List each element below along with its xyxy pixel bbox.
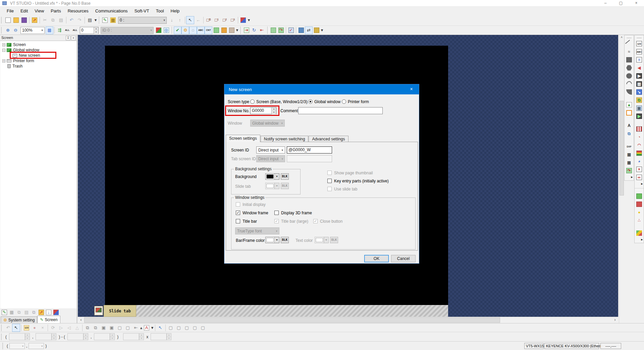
transfer-direction-icon[interactable]: ⇄ xyxy=(305,27,313,34)
all-parts-horizontal-icon[interactable]: ALL xyxy=(71,27,79,34)
counter-list-icon[interactable]: CNT xyxy=(205,27,212,34)
toolbar-grip[interactable] xyxy=(2,343,4,349)
dialog-title-bar[interactable]: New screen xyxy=(224,84,419,94)
part-preview-icon[interactable]: ◌ xyxy=(189,27,197,34)
sector-tool-icon[interactable] xyxy=(625,88,634,96)
duplicate-screen-icon[interactable]: ⧉ xyxy=(30,309,38,316)
arc-tool-icon[interactable] xyxy=(625,80,634,88)
slide-tab-thumbnail-icon[interactable] xyxy=(94,306,103,315)
minimize-button[interactable]: – xyxy=(598,0,613,7)
movie-file-icon[interactable]: ▥ xyxy=(635,80,644,88)
maximize-button[interactable]: ▢ xyxy=(613,0,629,7)
close-button[interactable]: × xyxy=(629,0,644,7)
vt-error-monitor-icon[interactable]: ✓ xyxy=(287,27,295,34)
rectangle-tool-icon[interactable] xyxy=(625,56,634,64)
lamp-icon[interactable]: ● xyxy=(635,208,644,216)
scroll-right-icon[interactable]: › xyxy=(612,317,618,323)
window-frame-checkbox[interactable]: ✓ xyxy=(236,211,240,215)
window-1-icon[interactable]: □¹ xyxy=(213,16,221,24)
numeric-display-icon[interactable]: 123 xyxy=(635,40,644,48)
align-left-icon[interactable]: ⇤ xyxy=(132,324,140,332)
ok-button[interactable]: OK xyxy=(364,255,389,262)
select-parts-only-icon[interactable]: ▢ xyxy=(175,324,183,332)
pie-graph-icon[interactable]: ◕ xyxy=(635,157,644,165)
vt-system-setting-icon[interactable] xyxy=(297,27,305,34)
bar-frame-blk-button[interactable]: BLK xyxy=(281,237,289,243)
radio-screen-base-label[interactable]: Screen (Base, Window1/2/3) xyxy=(256,99,308,104)
window-2-icon[interactable]: □² xyxy=(221,16,229,24)
screen-copy-icon[interactable] xyxy=(269,27,277,34)
toolbar-grip[interactable] xyxy=(1,17,3,24)
text-list-icon[interactable]: ABC xyxy=(197,27,205,34)
screen-id-mode-combo[interactable]: Direct input▾ xyxy=(256,146,285,154)
menu-item[interactable]: Edit xyxy=(17,7,31,14)
paste-icon[interactable]: ▤ xyxy=(57,16,65,24)
zoom-out-icon[interactable]: ⊖ xyxy=(12,27,19,34)
image-viewer-icon[interactable]: ▣ xyxy=(635,104,644,112)
save-icon[interactable] xyxy=(20,16,28,24)
new-file-icon[interactable] xyxy=(4,16,12,24)
scale-change-icon[interactable]: ↷ xyxy=(625,167,634,175)
undo-arrange-icon[interactable]: ↶ xyxy=(4,324,12,332)
expand-icon[interactable]: + xyxy=(2,59,5,62)
menu-item[interactable]: File xyxy=(3,7,17,14)
y2-spinner[interactable]: ▴▾ xyxy=(94,333,115,340)
menu-item[interactable]: Resources xyxy=(64,7,92,14)
select-all-icon[interactable]: ▢ xyxy=(167,324,175,332)
width-spinner[interactable]: ▴▾ xyxy=(123,333,144,340)
trend-graph-icon[interactable]: ∞ xyxy=(635,173,644,181)
close-icon[interactable]: × xyxy=(71,36,76,40)
tab-screen-settings[interactable]: Screen settings xyxy=(226,135,260,142)
operation-check-icon[interactable]: ✔ xyxy=(174,27,181,34)
page-select-combo[interactable]: 0 :▾ xyxy=(118,17,167,24)
redo-icon[interactable]: ↷ xyxy=(75,16,84,24)
background-blk-button[interactable]: BLK xyxy=(281,173,289,180)
select-next-icon[interactable]: ▢ xyxy=(191,324,199,332)
document-display-icon[interactable]: ≡ xyxy=(635,56,644,64)
ungroup-icon[interactable]: ▢ xyxy=(124,324,132,332)
movie-player-icon[interactable]: ▶ xyxy=(635,72,644,80)
grid-icon[interactable]: ▦ xyxy=(46,27,53,34)
slide-tab[interactable]: Slide tab xyxy=(104,305,136,317)
print-menu-arrow[interactable]: ▾ xyxy=(94,16,97,24)
scroll-left-icon[interactable]: ‹ xyxy=(78,317,84,323)
image-tool-icon[interactable]: ▲ xyxy=(625,101,634,109)
all-parts-vertical-icon[interactable]: ALL xyxy=(63,27,71,34)
background-color-picker[interactable]: ▼ xyxy=(265,173,279,180)
key-entry-parts-checkbox[interactable] xyxy=(327,179,332,183)
window-3-icon[interactable]: □³ xyxy=(229,16,237,24)
title-bar-label[interactable]: Title bar xyxy=(243,219,257,224)
part-no-spinner[interactable]: 0 ▴▾ xyxy=(80,27,99,34)
text-display-icon[interactable]: ABC xyxy=(635,48,644,56)
bar-frame-color-picker[interactable]: ▼ xyxy=(265,237,279,243)
menu-item[interactable]: Parts xyxy=(47,7,64,14)
chevron-down-icon[interactable]: ▼ xyxy=(274,237,279,243)
height-spinner[interactable]: ▴▾ xyxy=(151,333,171,340)
export-screen-icon[interactable]: ➚ xyxy=(38,309,45,316)
screen-list-icon[interactable]: ▦ xyxy=(109,16,117,24)
line-graph-icon[interactable]: × xyxy=(635,165,644,173)
expand-icon[interactable]: + xyxy=(2,43,5,46)
collapse-icon[interactable]: − xyxy=(2,49,5,52)
menu-item[interactable]: Soft-VT xyxy=(131,7,153,14)
import-screen-icon[interactable]: ↓ xyxy=(45,309,52,316)
menu-item[interactable]: Tool xyxy=(153,7,167,14)
multi-lamp-icon[interactable]: ∴ xyxy=(635,216,644,224)
send-to-back-icon[interactable]: ⧉ xyxy=(92,324,100,332)
flip-vertical-icon[interactable]: ◁ xyxy=(65,324,73,332)
vertical-scrollbar[interactable]: ˄ xyxy=(619,35,624,323)
y1-spinner[interactable]: ▴▾ xyxy=(36,333,56,340)
window-base-icon[interactable]: □ᴮ xyxy=(205,16,213,24)
device-search-icon[interactable]: ◎ xyxy=(162,27,170,34)
overlap-menu-arrow[interactable]: ▾ xyxy=(247,16,251,24)
file-browser-icon[interactable]: ⧉ xyxy=(635,96,644,104)
tab-advanced-settings[interactable]: Advanced settings xyxy=(309,136,348,142)
overlap-parts-icon[interactable] xyxy=(635,229,644,237)
transfer-monitor-icon[interactable]: ↻ xyxy=(250,27,258,34)
touch-switch-icon[interactable] xyxy=(635,192,644,200)
overlap-display-icon[interactable] xyxy=(239,16,247,24)
keypad-menu-arrow[interactable]: ▾ xyxy=(235,27,239,34)
frame-tool-icon[interactable] xyxy=(625,109,634,117)
tab-notify-screen-switching[interactable]: Notify screen switching xyxy=(261,136,309,142)
window-frame-label[interactable]: Window frame xyxy=(243,211,268,215)
